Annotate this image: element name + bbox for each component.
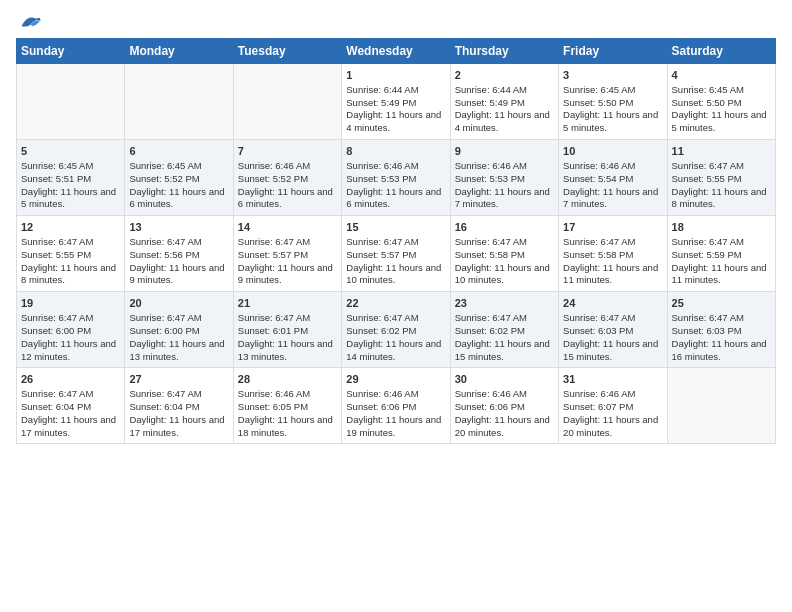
day-number: 20 (129, 296, 228, 311)
day-info: Sunrise: 6:45 AM (672, 84, 771, 97)
day-info: Sunrise: 6:46 AM (346, 388, 445, 401)
day-number: 1 (346, 68, 445, 83)
day-info: Sunrise: 6:45 AM (21, 160, 120, 173)
calendar-cell (233, 64, 341, 140)
day-number: 12 (21, 220, 120, 235)
day-info: Daylight: 11 hours and 7 minutes. (563, 186, 662, 212)
day-info: Daylight: 11 hours and 17 minutes. (129, 414, 228, 440)
day-info: Sunrise: 6:47 AM (672, 160, 771, 173)
day-number: 18 (672, 220, 771, 235)
day-info: Sunset: 5:50 PM (672, 97, 771, 110)
day-number: 27 (129, 372, 228, 387)
day-info: Sunrise: 6:46 AM (455, 160, 554, 173)
calendar-cell: 30Sunrise: 6:46 AMSunset: 6:06 PMDayligh… (450, 368, 558, 444)
day-info: Daylight: 11 hours and 6 minutes. (238, 186, 337, 212)
calendar-cell (125, 64, 233, 140)
day-number: 2 (455, 68, 554, 83)
day-number: 17 (563, 220, 662, 235)
day-info: Sunset: 5:57 PM (238, 249, 337, 262)
day-info: Daylight: 11 hours and 13 minutes. (238, 338, 337, 364)
calendar-cell: 23Sunrise: 6:47 AMSunset: 6:02 PMDayligh… (450, 292, 558, 368)
day-number: 3 (563, 68, 662, 83)
day-info: Sunrise: 6:47 AM (346, 236, 445, 249)
day-info: Daylight: 11 hours and 16 minutes. (672, 338, 771, 364)
day-info: Sunset: 5:59 PM (672, 249, 771, 262)
calendar-cell: 16Sunrise: 6:47 AMSunset: 5:58 PMDayligh… (450, 216, 558, 292)
day-number: 11 (672, 144, 771, 159)
day-info: Sunrise: 6:47 AM (21, 388, 120, 401)
calendar-cell: 6Sunrise: 6:45 AMSunset: 5:52 PMDaylight… (125, 140, 233, 216)
calendar-cell: 24Sunrise: 6:47 AMSunset: 6:03 PMDayligh… (559, 292, 667, 368)
calendar-cell: 7Sunrise: 6:46 AMSunset: 5:52 PMDaylight… (233, 140, 341, 216)
calendar-cell: 2Sunrise: 6:44 AMSunset: 5:49 PMDaylight… (450, 64, 558, 140)
day-number: 16 (455, 220, 554, 235)
day-number: 8 (346, 144, 445, 159)
day-info: Sunrise: 6:46 AM (238, 388, 337, 401)
day-info: Sunrise: 6:47 AM (563, 312, 662, 325)
calendar-cell (17, 64, 125, 140)
day-info: Daylight: 11 hours and 5 minutes. (563, 109, 662, 135)
day-info: Sunrise: 6:47 AM (129, 388, 228, 401)
day-info: Sunrise: 6:44 AM (346, 84, 445, 97)
day-info: Sunset: 5:49 PM (455, 97, 554, 110)
day-info: Sunset: 5:58 PM (455, 249, 554, 262)
calendar-cell: 5Sunrise: 6:45 AMSunset: 5:51 PMDaylight… (17, 140, 125, 216)
logo (16, 10, 42, 30)
day-info: Sunrise: 6:46 AM (346, 160, 445, 173)
day-info: Daylight: 11 hours and 15 minutes. (563, 338, 662, 364)
day-info: Daylight: 11 hours and 11 minutes. (672, 262, 771, 288)
day-info: Daylight: 11 hours and 13 minutes. (129, 338, 228, 364)
calendar-cell (667, 368, 775, 444)
day-info: Daylight: 11 hours and 17 minutes. (21, 414, 120, 440)
day-info: Sunset: 5:57 PM (346, 249, 445, 262)
day-number: 30 (455, 372, 554, 387)
day-number: 22 (346, 296, 445, 311)
calendar-cell: 19Sunrise: 6:47 AMSunset: 6:00 PMDayligh… (17, 292, 125, 368)
day-info: Daylight: 11 hours and 4 minutes. (455, 109, 554, 135)
day-number: 26 (21, 372, 120, 387)
day-info: Daylight: 11 hours and 5 minutes. (672, 109, 771, 135)
header-cell-saturday: Saturday (667, 39, 775, 64)
week-row-4: 26Sunrise: 6:47 AMSunset: 6:04 PMDayligh… (17, 368, 776, 444)
day-info: Sunset: 5:50 PM (563, 97, 662, 110)
calendar-cell: 11Sunrise: 6:47 AMSunset: 5:55 PMDayligh… (667, 140, 775, 216)
calendar-table: SundayMondayTuesdayWednesdayThursdayFrid… (16, 38, 776, 444)
calendar-cell: 4Sunrise: 6:45 AMSunset: 5:50 PMDaylight… (667, 64, 775, 140)
day-info: Sunset: 6:07 PM (563, 401, 662, 414)
day-info: Sunrise: 6:47 AM (455, 312, 554, 325)
week-row-2: 12Sunrise: 6:47 AMSunset: 5:55 PMDayligh… (17, 216, 776, 292)
calendar-cell: 10Sunrise: 6:46 AMSunset: 5:54 PMDayligh… (559, 140, 667, 216)
calendar-cell: 14Sunrise: 6:47 AMSunset: 5:57 PMDayligh… (233, 216, 341, 292)
day-info: Sunrise: 6:46 AM (455, 388, 554, 401)
day-info: Daylight: 11 hours and 11 minutes. (563, 262, 662, 288)
day-info: Sunrise: 6:47 AM (672, 312, 771, 325)
calendar-cell: 28Sunrise: 6:46 AMSunset: 6:05 PMDayligh… (233, 368, 341, 444)
header-cell-tuesday: Tuesday (233, 39, 341, 64)
day-info: Sunrise: 6:46 AM (563, 160, 662, 173)
header-cell-thursday: Thursday (450, 39, 558, 64)
day-info: Daylight: 11 hours and 6 minutes. (346, 186, 445, 212)
day-info: Daylight: 11 hours and 18 minutes. (238, 414, 337, 440)
day-info: Sunrise: 6:47 AM (21, 236, 120, 249)
day-info: Sunset: 6:03 PM (672, 325, 771, 338)
header-cell-friday: Friday (559, 39, 667, 64)
week-row-1: 5Sunrise: 6:45 AMSunset: 5:51 PMDaylight… (17, 140, 776, 216)
day-number: 19 (21, 296, 120, 311)
day-info: Sunset: 6:01 PM (238, 325, 337, 338)
day-info: Sunrise: 6:47 AM (129, 236, 228, 249)
day-info: Sunset: 5:53 PM (455, 173, 554, 186)
day-number: 13 (129, 220, 228, 235)
day-info: Daylight: 11 hours and 19 minutes. (346, 414, 445, 440)
day-info: Sunset: 5:58 PM (563, 249, 662, 262)
day-info: Sunrise: 6:47 AM (21, 312, 120, 325)
day-info: Sunset: 6:05 PM (238, 401, 337, 414)
day-info: Sunrise: 6:44 AM (455, 84, 554, 97)
day-info: Sunrise: 6:47 AM (672, 236, 771, 249)
day-info: Sunset: 6:06 PM (455, 401, 554, 414)
day-info: Sunset: 6:04 PM (21, 401, 120, 414)
day-info: Sunset: 6:02 PM (455, 325, 554, 338)
day-number: 21 (238, 296, 337, 311)
week-row-0: 1Sunrise: 6:44 AMSunset: 5:49 PMDaylight… (17, 64, 776, 140)
calendar-cell: 8Sunrise: 6:46 AMSunset: 5:53 PMDaylight… (342, 140, 450, 216)
day-info: Sunset: 6:00 PM (129, 325, 228, 338)
